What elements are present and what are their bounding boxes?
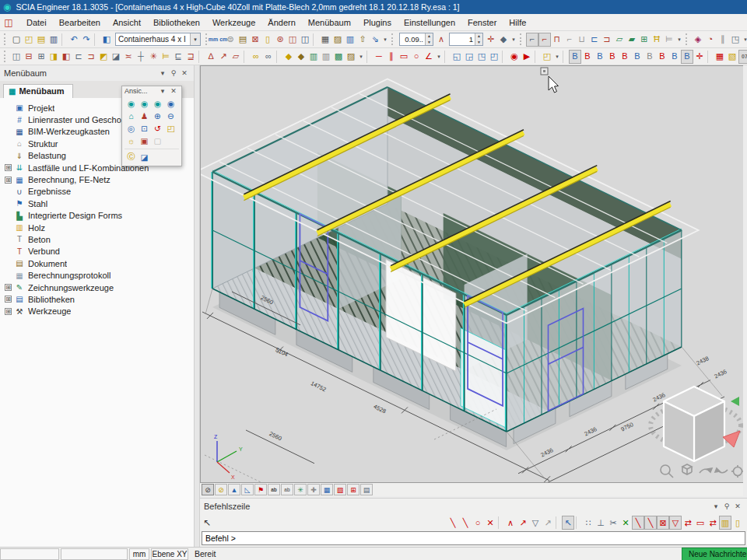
view-pair-horizontal-icon[interactable]: ◫ — [10, 50, 23, 64]
separator[interactable] — [707, 51, 712, 63]
unit-field[interactable]: mm — [129, 548, 149, 560]
menu-item[interactable]: Bearbeiten — [53, 16, 107, 29]
chevron-down-icon[interactable]: ▾ — [157, 87, 168, 95]
connection-welded-icon[interactable]: B — [619, 50, 631, 64]
menu-item[interactable]: Einstellungen — [398, 16, 461, 29]
zoom-in-icon[interactable]: ⊕ — [151, 110, 164, 122]
angle-icon[interactable]: ∠ — [423, 50, 435, 64]
snap-tangent-icon[interactable]: ↗ — [542, 516, 554, 530]
sidebar-item-verbund[interactable]: ⊞ T Verbund — [0, 246, 194, 257]
cross-link-icon[interactable]: ≍ — [122, 50, 135, 64]
render-wireframe-icon[interactable]: ⌐ — [538, 33, 551, 47]
units-mm-cm-icon[interactable]: mm cm — [212, 33, 224, 47]
members-dropdown-icon[interactable]: ▾ — [675, 33, 683, 47]
display-surfaces-icon[interactable]: ▰ — [626, 33, 638, 47]
toolbar-grip[interactable] — [520, 33, 524, 45]
expand-icon[interactable]: ⊞ — [5, 284, 12, 291]
tab-structure-2-icon[interactable]: ⊘ — [215, 484, 227, 495]
new-document-icon[interactable]: ▢ — [10, 33, 23, 47]
connection-undo-icon[interactable]: B — [644, 50, 656, 64]
library-dropdown-icon[interactable]: ▾ — [553, 50, 561, 64]
sidebar-item-holz[interactable]: ⊞ ▥ Holz — [0, 222, 194, 233]
clipping-box-icon[interactable]: Ⓒ — [124, 151, 138, 163]
toolbar-grip[interactable] — [686, 33, 689, 45]
separator[interactable] — [313, 33, 317, 46]
tab-picture-icon[interactable]: ▧ — [334, 484, 346, 495]
snap-box-icon[interactable]: ⊠ — [657, 516, 669, 530]
separator[interactable] — [366, 51, 371, 63]
sidebar-item-ergebnisse[interactable]: ⊞ ∪ Ergebnisse — [0, 186, 194, 198]
mini-window-icon[interactable] — [541, 68, 548, 75]
spin-up-icon[interactable]: ▲ — [475, 33, 482, 40]
snap-line-mid-icon[interactable]: ╲ — [459, 516, 472, 530]
display-member-surfaces-icon[interactable]: ⌐ — [526, 33, 538, 47]
picture-gallery-icon[interactable]: ▨ — [331, 33, 344, 47]
drag-node-icon[interactable]: ↗ — [217, 50, 230, 64]
display-loads-icon[interactable]: ⌐ — [563, 33, 576, 47]
snap-delete-icon[interactable]: ✕ — [484, 516, 496, 530]
walk-through-icon[interactable]: ♟ — [138, 110, 151, 122]
engineering-report-icon[interactable]: ▥ — [344, 33, 356, 47]
display-rib-icon[interactable]: Ħ — [651, 33, 663, 47]
snap-intersection-icon[interactable]: ▽ — [529, 516, 542, 530]
connection-frame-pinned-icon[interactable]: B — [581, 50, 594, 64]
table-results-icon[interactable]: ◫ — [299, 33, 311, 47]
snap-line-icon[interactable]: ╲ — [447, 516, 459, 530]
tab-grid-icon[interactable]: ⊞ — [347, 484, 359, 495]
calc-dropdown-icon[interactable]: ▾ — [742, 33, 747, 47]
clipping-2-icon[interactable]: ▨ — [345, 50, 357, 64]
expand-icon[interactable]: ⊞ — [5, 177, 12, 184]
section-pair-icon[interactable]: ◧ — [60, 50, 72, 64]
haunch-icon[interactable]: ◩ — [97, 50, 110, 64]
separator[interactable] — [198, 51, 203, 63]
zoom-window-icon[interactable]: ⊡ — [138, 122, 151, 135]
table-to-excel-icon[interactable]: ▦ — [714, 50, 726, 64]
chevron-down-icon[interactable]: ▾ — [710, 502, 721, 510]
menu-item[interactable]: Datei — [20, 16, 53, 29]
measure-icon[interactable]: ∥ — [717, 33, 729, 47]
visibility-pair-2-icon[interactable]: ◆ — [295, 50, 307, 64]
multi-copy-icon[interactable]: ◲ — [463, 50, 475, 64]
rectangle-icon[interactable]: ▭ — [398, 50, 410, 64]
tab-loads-icon[interactable]: ◺ — [241, 484, 254, 495]
print-area-icon[interactable]: ◰ — [164, 122, 177, 135]
star-connect-icon[interactable]: ✳ — [147, 50, 160, 64]
connection-bolted-icon[interactable]: B — [606, 50, 619, 64]
display-purlin-icon[interactable]: ⊨ — [663, 33, 675, 47]
scale-spinner-value[interactable]: 0.09.. — [400, 35, 425, 44]
pin-icon[interactable]: ⚲ — [168, 69, 179, 77]
project-combobox[interactable]: Containerhaus 4 x I ▾ — [115, 33, 201, 46]
toolbar-grip[interactable] — [4, 51, 8, 62]
close-icon[interactable]: ✕ — [732, 502, 743, 510]
axo-house-icon[interactable]: ⌂ — [124, 110, 138, 122]
print-dropdown-icon[interactable]: ▾ — [381, 33, 389, 47]
layers-visibility-2-icon[interactable]: ▥ — [320, 50, 332, 64]
print-icon[interactable]: ▦ — [319, 33, 331, 47]
display-nodes-icon[interactable]: ⊐ — [601, 33, 613, 47]
sidebar-item-berechnungsprotokoll[interactable]: ⊞ ▦ Berechnungsprotokoll — [0, 269, 194, 281]
menu-item[interactable]: Ansicht — [107, 16, 147, 29]
clipboard-icon[interactable]: ▯ — [261, 33, 274, 47]
select-cursor-icon[interactable]: ↖ — [203, 517, 217, 528]
separator[interactable] — [563, 51, 567, 63]
view-z-icon[interactable]: ◉ — [151, 97, 164, 110]
toolbar-grip[interactable] — [391, 33, 395, 45]
sidebar-item-bibliotheken[interactable]: ⊞ ▤ Bibliotheken — [0, 293, 194, 305]
zoom-out-icon[interactable]: ⊖ — [164, 110, 177, 122]
snap-arc-icon[interactable]: ▽ — [669, 516, 682, 530]
chevron-down-icon[interactable]: ▾ — [157, 69, 168, 77]
open-library-icon[interactable]: ◰ — [541, 50, 553, 64]
view-axo-icon[interactable]: ◉ — [164, 97, 177, 110]
parallel-lines-icon[interactable]: ∥ — [385, 50, 398, 64]
tab-text-2-icon[interactable]: ab — [281, 484, 293, 495]
copy-icon[interactable]: ◱ — [451, 50, 463, 64]
save-icon[interactable]: ▥ — [47, 33, 60, 47]
redo-icon[interactable]: ↷ — [80, 33, 93, 47]
sidebar-item-berechnung[interactable]: ⊞ ▦ Berechnung, FE-Netz — [0, 173, 194, 185]
display-model-data-icon[interactable]: ⊔ — [576, 33, 588, 47]
clipping-icon[interactable]: ▩ — [332, 50, 345, 64]
menu-item[interactable]: Werkzeuge — [206, 16, 261, 29]
circle-icon[interactable]: ○ — [410, 50, 423, 64]
separator[interactable] — [576, 516, 580, 529]
info-icon[interactable]: ◳ — [729, 33, 742, 47]
